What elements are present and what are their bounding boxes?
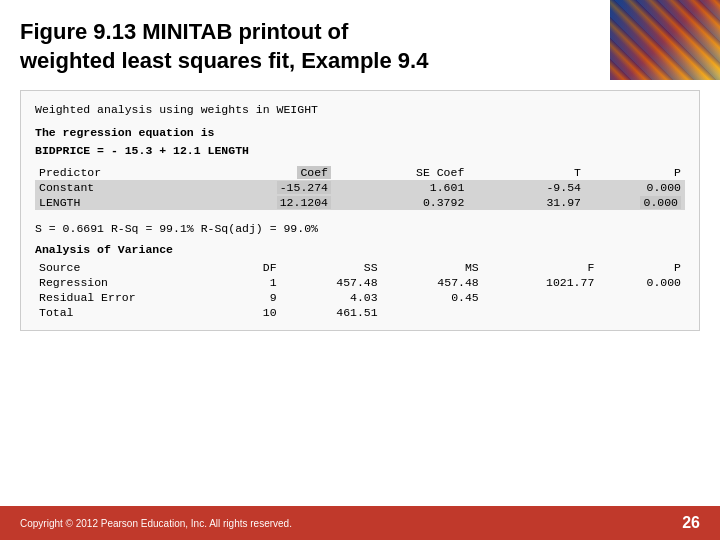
constant-secoef: 1.601 (335, 180, 468, 195)
anova-residual-ss: 4.03 (281, 290, 382, 305)
page-number: 26 (682, 514, 700, 532)
anova-total-ms (382, 305, 483, 320)
anova-header-source: Source (35, 260, 208, 275)
main-container: Figure 9.13 MINITAB printout of weighted… (0, 0, 720, 540)
regression-equation: BIDPRICE = - 15.3 + 12.1 LENGTH (35, 142, 685, 159)
anova-regression-df: 1 (208, 275, 280, 290)
anova-total-df: 10 (208, 305, 280, 320)
title-line1: Figure 9.13 MINITAB printout of (20, 19, 348, 44)
stats-line: S = 0.6691 R-Sq = 99.1% R-Sq(adj) = 99.0… (35, 222, 685, 235)
header-t: T (468, 165, 585, 180)
length-p: 0.000 (585, 195, 685, 210)
anova-residual-ms: 0.45 (382, 290, 483, 305)
anova-regression-p: 0.000 (598, 275, 685, 290)
header-p: P (585, 165, 685, 180)
anova-title: Analysis of Variance (35, 243, 685, 256)
weighted-analysis-line: Weighted analysis using weights in WEIGH… (35, 101, 685, 118)
anova-residual-p (598, 290, 685, 305)
header-secoef: SE Coef (335, 165, 468, 180)
decorative-image (610, 0, 720, 80)
anova-table: Source DF SS MS F P Regression 1 457.48 … (35, 260, 685, 320)
footer: Copyright © 2012 Pearson Education, Inc.… (0, 506, 720, 540)
length-t: 31.97 (468, 195, 585, 210)
anova-regression-source: Regression (35, 275, 208, 290)
constant-coef: -15.274 (202, 180, 335, 195)
anova-total-f (483, 305, 599, 320)
copyright-text: Copyright © 2012 Pearson Education, Inc.… (20, 518, 292, 529)
title-line2: weighted least squares fit, Example 9.4 (20, 48, 428, 73)
anova-header-row: Source DF SS MS F P (35, 260, 685, 275)
anova-total-p (598, 305, 685, 320)
anova-residual-row: Residual Error 9 4.03 0.45 (35, 290, 685, 305)
anova-header-f: F (483, 260, 599, 275)
anova-header-p: P (598, 260, 685, 275)
constant-predictor: Constant (35, 180, 202, 195)
anova-residual-df: 9 (208, 290, 280, 305)
regression-eq-label: The regression equation is (35, 124, 685, 141)
constant-t: -9.54 (468, 180, 585, 195)
length-coef: 12.1204 (202, 195, 335, 210)
predictor-header-row: Predictor Coef SE Coef T P (35, 165, 685, 180)
anova-regression-ss: 457.48 (281, 275, 382, 290)
length-row: LENGTH 12.1204 0.3792 31.97 0.000 (35, 195, 685, 210)
anova-total-row: Total 10 461.51 (35, 305, 685, 320)
header-coef: Coef (202, 165, 335, 180)
anova-header-df: DF (208, 260, 280, 275)
figure-title: Figure 9.13 MINITAB printout of weighted… (20, 18, 590, 75)
minitab-output: Weighted analysis using weights in WEIGH… (20, 90, 700, 331)
anova-header-ss: SS (281, 260, 382, 275)
anova-total-ss: 461.51 (281, 305, 382, 320)
header-predictor: Predictor (35, 165, 202, 180)
anova-residual-f (483, 290, 599, 305)
anova-regression-f: 1021.77 (483, 275, 599, 290)
length-secoef: 0.3792 (335, 195, 468, 210)
anova-header-ms: MS (382, 260, 483, 275)
anova-section: Analysis of Variance Source DF SS MS F P… (35, 243, 685, 320)
constant-row: Constant -15.274 1.601 -9.54 0.000 (35, 180, 685, 195)
anova-total-source: Total (35, 305, 208, 320)
anova-residual-source: Residual Error (35, 290, 208, 305)
anova-regression-row: Regression 1 457.48 457.48 1021.77 0.000 (35, 275, 685, 290)
anova-regression-ms: 457.48 (382, 275, 483, 290)
constant-p: 0.000 (585, 180, 685, 195)
length-predictor: LENGTH (35, 195, 202, 210)
predictor-table: Predictor Coef SE Coef T P Constant -15.… (35, 165, 685, 210)
